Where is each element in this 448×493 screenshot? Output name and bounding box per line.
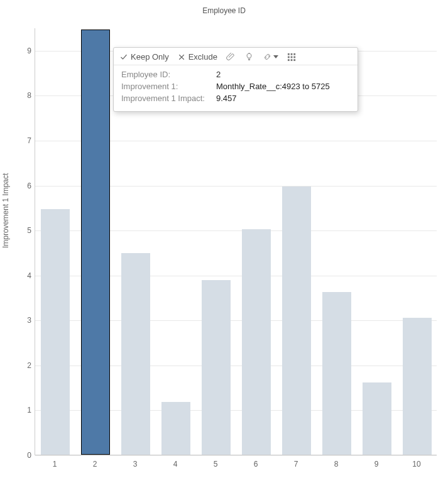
lightbulb-icon-button[interactable] (244, 52, 254, 62)
y-tick-label: 5 (22, 226, 31, 235)
tooltip-value: 9.457 (216, 93, 237, 105)
keep-only-label: Keep Only (131, 52, 169, 62)
y-tick-label: 2 (22, 361, 31, 370)
x-tick-label: 2 (82, 460, 107, 469)
chart-title: Employee ID (0, 6, 448, 15)
y-tick-label: 9 (22, 46, 31, 55)
bar[interactable] (41, 209, 70, 455)
tooltip-key: Improvement 1: (121, 81, 212, 93)
svg-rect-0 (288, 53, 290, 55)
tooltip-toolbar: Keep Only Exclude (114, 48, 358, 65)
svg-rect-5 (293, 57, 295, 58)
svg-rect-2 (293, 53, 295, 55)
tooltip-row: Employee ID:2 (121, 69, 350, 81)
bar[interactable] (403, 318, 432, 455)
svg-rect-4 (291, 57, 293, 58)
x-tick-label: 8 (324, 460, 349, 469)
svg-rect-3 (288, 57, 290, 58)
bar[interactable] (282, 187, 311, 455)
y-tick-label: 7 (22, 136, 31, 145)
x-tick-label: 1 (42, 460, 67, 469)
paperclip-icon (226, 52, 236, 62)
bar[interactable] (242, 229, 271, 455)
tooltip-key: Employee ID: (121, 69, 212, 81)
tooltip: Keep Only Exclude (113, 47, 358, 112)
x-tick-label: 3 (123, 460, 148, 469)
bar[interactable] (161, 402, 190, 455)
close-icon (178, 53, 185, 61)
y-tick-label: 0 (22, 451, 31, 460)
svg-rect-7 (291, 59, 293, 61)
link-icon (263, 52, 272, 62)
y-axis-label: Improvement 1 Impact (1, 173, 10, 248)
bar[interactable] (81, 30, 110, 455)
y-tick-label: 1 (22, 406, 31, 414)
check-icon (120, 53, 128, 61)
svg-rect-6 (288, 59, 290, 61)
y-tick-label: 8 (22, 91, 31, 100)
svg-rect-1 (291, 53, 293, 55)
y-tick-label: 3 (22, 316, 31, 325)
keep-only-button[interactable]: Keep Only (120, 52, 169, 62)
exclude-button[interactable]: Exclude (178, 52, 217, 62)
view-data-icon-button[interactable] (287, 52, 297, 62)
tooltip-row: Improvement 1 Impact:9.457 (121, 93, 350, 105)
x-tick-label: 6 (243, 460, 268, 469)
bar[interactable] (322, 292, 351, 455)
chevron-down-icon (273, 55, 278, 58)
lightbulb-icon (244, 52, 254, 62)
x-tick-label: 10 (404, 460, 429, 469)
tooltip-value: 2 (216, 69, 221, 81)
bar[interactable] (363, 382, 391, 455)
svg-rect-8 (293, 59, 295, 61)
chart-container: Employee ID Improvement 1 Impact 0123456… (0, 0, 448, 493)
x-tick-label: 5 (203, 460, 228, 469)
tooltip-value: Monthly_Rate__c:4923 to 5725 (216, 81, 330, 93)
bar[interactable] (202, 280, 231, 455)
exclude-label: Exclude (188, 52, 217, 62)
bar[interactable] (121, 253, 150, 455)
tooltip-row: Improvement 1:Monthly_Rate__c:4923 to 57… (121, 81, 350, 93)
attach-icon-button[interactable] (226, 52, 236, 62)
x-tick-label: 4 (163, 460, 188, 469)
tooltip-body: Employee ID:2Improvement 1:Monthly_Rate_… (114, 65, 358, 111)
gridline (35, 455, 437, 456)
tooltip-key: Improvement 1 Impact: (121, 93, 212, 105)
link-dropdown-button[interactable] (263, 52, 278, 62)
x-tick-label: 7 (283, 460, 309, 469)
y-tick-label: 4 (22, 271, 31, 280)
grid-icon (287, 52, 297, 62)
y-tick-label: 6 (22, 181, 31, 190)
x-tick-label: 9 (364, 460, 389, 469)
